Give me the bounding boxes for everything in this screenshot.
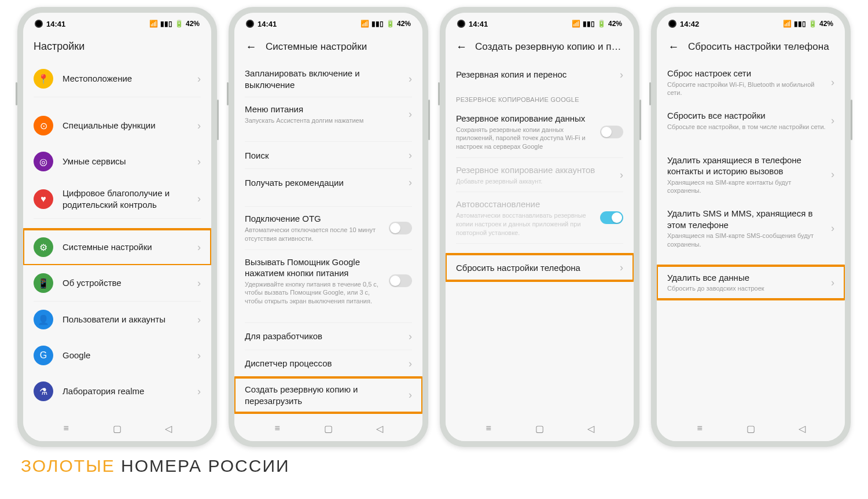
back-icon[interactable]: ← — [245, 41, 258, 53]
item-title: Удалить хранящиеся в телефоне контакты и… — [667, 155, 826, 177]
list-item[interactable]: Поиск› — [234, 142, 422, 168]
page-title: Системные настройки — [266, 41, 367, 53]
list-item[interactable]: Подключение OTGАвтоматически отключается… — [234, 207, 422, 249]
clock: 14:41 — [258, 20, 277, 28]
list-item[interactable]: Удалить SMS и MMS, хранящиеся в этом тел… — [657, 201, 845, 255]
phone-4: 14:42 📶▮▮▯🔋42% ← Сбросить настройки теле… — [651, 7, 851, 447]
list-item[interactable]: ♥Цифровое благополучие и родительский ко… — [23, 179, 211, 218]
phone-3: 14:41 📶▮▮▯🔋42% ← Создать резервную копию… — [440, 7, 639, 447]
item-title: Диспетчер процессов — [245, 358, 404, 369]
list-item[interactable]: GGoogle› — [23, 337, 211, 373]
chevron-right-icon: › — [197, 386, 201, 398]
item-icon: 📍 — [34, 69, 53, 89]
phone-1: 14:41 📶▮▮▯🔋42% Настройки 📍Местоположение… — [17, 7, 217, 447]
recent-button[interactable]: ≡ — [483, 423, 494, 434]
battery-icon: 🔋 — [808, 20, 817, 28]
item-subtitle: Сохранять резервные копии данных приложе… — [456, 126, 595, 152]
chevron-right-icon: › — [197, 241, 201, 254]
nav-bar: ≡ ▢ ◁ — [23, 416, 211, 441]
clock: 14:41 — [469, 20, 488, 28]
list-item[interactable]: Сбросить все настройкиСбросьте все настр… — [657, 104, 845, 137]
list-item[interactable]: Резервное копирование данныхСохранять ре… — [446, 107, 634, 157]
back-button[interactable]: ◁ — [586, 423, 596, 434]
page-title: Создать резервную копию и перезаг… — [475, 41, 623, 53]
list-item[interactable]: Запланировать включение и выключение› — [234, 61, 422, 97]
back-button[interactable]: ◁ — [163, 423, 174, 434]
chevron-right-icon: › — [831, 76, 834, 89]
list-item[interactable]: ⚙Системные настройки› — [23, 229, 211, 265]
item-title: Умные сервисы — [62, 156, 193, 167]
list-item[interactable]: 📍Местоположение› — [23, 61, 211, 97]
titlebar: ← Системные настройки — [234, 35, 422, 61]
list-item[interactable]: Меню питанияЗапускать Ассистента долгим … — [234, 97, 422, 131]
back-button[interactable]: ◁ — [374, 423, 385, 434]
item-icon: ◎ — [34, 152, 53, 171]
toggle[interactable] — [600, 126, 623, 138]
recent-button[interactable]: ≡ — [272, 423, 282, 434]
toggle[interactable] — [389, 222, 412, 234]
back-icon[interactable]: ← — [456, 41, 467, 53]
home-button[interactable]: ▢ — [112, 423, 122, 434]
battery-icon: 🔋 — [597, 20, 606, 28]
list-item[interactable]: Вызывать Помощник Google нажатием кнопки… — [234, 250, 422, 313]
item-title: Пользователи и аккаунты — [62, 314, 193, 325]
recent-button[interactable]: ≡ — [61, 423, 71, 434]
home-button[interactable]: ▢ — [534, 423, 545, 434]
item-title: Резервное копирование данных — [456, 113, 595, 124]
list-item[interactable]: ◎Умные сервисы› — [23, 144, 211, 179]
phone-2: 14:41 📶▮▮▯🔋42% ← Системные настройки Зап… — [229, 7, 428, 447]
list-item[interactable]: Для разработчиков› — [234, 323, 422, 350]
settings-list[interactable]: 📍Местоположение›⊙Специальные функции›◎Ум… — [23, 61, 211, 416]
chevron-right-icon: › — [620, 169, 623, 181]
signal-icon: ▮▮▯ — [583, 20, 595, 28]
item-subtitle: Сбросите настройки Wi-Fi, Bluetooth и мо… — [667, 80, 826, 98]
item-title: Сбросить все настройки — [667, 110, 826, 122]
titlebar: Настройки — [23, 35, 211, 61]
list-item[interactable]: ⚗Лаборатория realme› — [23, 373, 211, 409]
item-subtitle: Сбросить до заводских настроек — [667, 284, 826, 293]
status-bar: 14:41 📶▮▮▯🔋42% — [446, 13, 634, 35]
wifi-icon: 📶 — [149, 20, 158, 28]
item-title: Удалить все данные — [667, 272, 826, 284]
list-item[interactable]: Удалить хранящиеся в телефоне контакты и… — [657, 148, 845, 202]
home-button[interactable]: ▢ — [745, 423, 756, 434]
list-item[interactable]: Диспетчер процессов› — [234, 350, 422, 377]
battery-pct: 42% — [186, 20, 200, 28]
list-item[interactable]: 👤Пользователи и аккаунты› — [23, 302, 211, 337]
list-item[interactable]: Сброс настроек сетиСбросите настройки Wi… — [657, 61, 845, 104]
item-subtitle: Запускать Ассистента долгим нажатием — [245, 116, 404, 125]
backup-reset-list[interactable]: Резервная копия и перенос›РЕЗЕРВНОЕ КОПИ… — [446, 61, 634, 416]
signal-icon: ▮▮▯ — [160, 20, 172, 28]
list-item[interactable]: ⊙Специальные функции› — [23, 108, 211, 144]
list-item: Резервное копирование аккаунтовДобавьте … — [446, 158, 634, 192]
list-item[interactable]: Резервная копия и перенос› — [446, 61, 634, 88]
camera-hole — [457, 20, 465, 28]
system-settings-list[interactable]: Запланировать включение и выключение›Мен… — [234, 61, 422, 416]
battery-pct: 42% — [608, 20, 622, 28]
list-item[interactable]: Сбросить настройки телефона› — [446, 254, 634, 281]
list-item[interactable]: 📱Об устройстве› — [23, 265, 211, 301]
battery-icon: 🔋 — [175, 20, 183, 28]
camera-hole — [246, 20, 254, 28]
item-subtitle: Автоматически отключается после 10 минут… — [245, 226, 384, 243]
item-title: Резервное копирование аккаунтов — [456, 164, 615, 176]
list-item[interactable]: Удалить все данныеСбросить до заводских … — [657, 266, 845, 299]
home-button[interactable]: ▢ — [323, 423, 333, 434]
chevron-right-icon: › — [409, 389, 412, 401]
item-title: Местоположение — [62, 73, 193, 85]
back-icon[interactable]: ← — [667, 41, 680, 53]
item-title: Для разработчиков — [245, 331, 404, 342]
list-item[interactable]: Получать рекомендации› — [234, 169, 422, 196]
list-item[interactable]: Создать резервную копию и перезагрузить› — [234, 377, 422, 413]
phone-row: 14:41 📶▮▮▯🔋42% Настройки 📍Местоположение… — [7, 7, 861, 447]
back-button[interactable]: ◁ — [797, 423, 807, 434]
signal-icon: ▮▮▯ — [372, 20, 384, 28]
recent-button[interactable]: ≡ — [694, 423, 705, 434]
battery-pct: 42% — [819, 20, 833, 28]
reset-options-list[interactable]: Сброс настроек сетиСбросите настройки Wi… — [657, 61, 845, 416]
item-subtitle: Сбросьте все настройки, в том числе наст… — [667, 123, 826, 131]
toggle[interactable] — [389, 274, 412, 287]
chevron-right-icon: › — [409, 149, 412, 162]
item-title: Системные настройки — [62, 241, 193, 253]
page-title: Настройки — [34, 41, 84, 53]
